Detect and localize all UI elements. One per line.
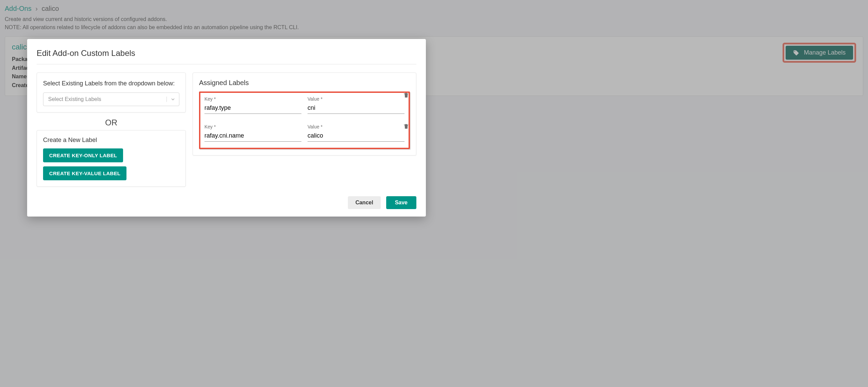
select-placeholder: Select Existing Labels [48, 96, 101, 102]
existing-labels-select[interactable]: Select Existing Labels [43, 93, 179, 106]
create-label-panel: Create a New Label CREATE KEY-ONLY LABEL… [37, 130, 186, 187]
value-field-label: Value * [308, 124, 405, 129]
save-button[interactable]: Save [386, 196, 416, 209]
label-row: Key * Value * [204, 96, 405, 114]
modal-footer: Cancel Save [37, 196, 416, 209]
delete-row-icon[interactable] [403, 92, 409, 102]
or-separator: OR [37, 118, 186, 127]
delete-row-icon[interactable] [403, 123, 409, 133]
key-field-label: Key * [204, 96, 301, 102]
select-labels-panel: Select Existing Labels from the dropdown… [37, 73, 186, 113]
create-key-only-button[interactable]: CREATE KEY-ONLY LABEL [43, 148, 123, 162]
assigned-labels-title: Assigned Labels [199, 79, 410, 87]
edit-labels-modal: Edit Add-on Custom Labels Select Existin… [27, 39, 426, 217]
create-key-value-button[interactable]: CREATE KEY-VALUE LABEL [43, 166, 126, 180]
key-field-label: Key * [204, 124, 301, 129]
select-labels-instruction: Select Existing Labels from the dropdown… [43, 79, 179, 88]
label-row: Key * Value * [204, 124, 405, 142]
key-input[interactable] [204, 131, 301, 142]
value-input[interactable] [308, 103, 405, 114]
cancel-button[interactable]: Cancel [348, 196, 380, 209]
value-input[interactable] [308, 131, 405, 142]
key-input[interactable] [204, 103, 301, 114]
chevron-down-icon [166, 97, 176, 102]
value-field-label: Value * [308, 96, 405, 102]
modal-title: Edit Add-on Custom Labels [37, 48, 416, 64]
create-label-title: Create a New Label [43, 137, 179, 144]
assigned-labels-panel: Assigned Labels Key * Value * [193, 73, 416, 156]
assigned-labels-highlight: Key * Value * Key * Value * [199, 91, 410, 149]
